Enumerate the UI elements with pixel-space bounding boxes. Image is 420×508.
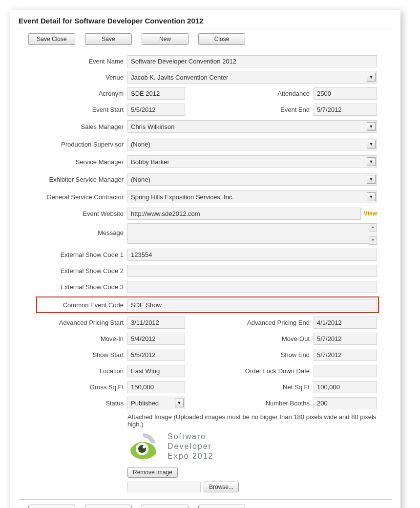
attendance-label: Attendance bbox=[185, 90, 314, 97]
textarea-scrollbar[interactable]: ▲ ▼ bbox=[369, 223, 377, 245]
logo-eye-icon bbox=[127, 432, 159, 461]
ext-code-3-label: External Show Code 3 bbox=[38, 283, 127, 291]
logo-text-line2: Developer bbox=[168, 442, 214, 451]
order-lock-down-input[interactable] bbox=[314, 365, 377, 377]
service-manager-select[interactable]: Bobby Barker ▼ bbox=[127, 155, 377, 168]
event-website-label: Event Website bbox=[38, 210, 127, 217]
general-service-contractor-select[interactable]: Spring Hills Exposition Services, Inc. ▼ bbox=[127, 190, 377, 203]
save-close-button-bottom[interactable]: Save Close bbox=[28, 505, 75, 508]
adv-pricing-start-label: Advanced Pricing Start bbox=[38, 319, 127, 326]
chevron-down-icon: ▼ bbox=[367, 192, 376, 201]
sales-manager-label: Sales Manager bbox=[38, 123, 127, 130]
acronym-input[interactable] bbox=[127, 87, 185, 100]
ext-code-1-label: External Show Code 1 bbox=[38, 251, 127, 258]
adv-pricing-start-input[interactable] bbox=[127, 317, 185, 329]
service-manager-label: Service Manager bbox=[38, 158, 127, 166]
event-name-label: Event Name bbox=[38, 58, 127, 65]
new-button[interactable]: New bbox=[142, 33, 189, 45]
save-close-button[interactable]: Save Close bbox=[28, 33, 75, 45]
image-actions: Remove image Browse... bbox=[127, 467, 377, 492]
ext-code-2-input[interactable] bbox=[127, 265, 377, 277]
scroll-up-icon: ▲ bbox=[369, 223, 377, 232]
general-service-contractor-label: General Service Contractor bbox=[38, 193, 127, 201]
show-start-label: Show Start bbox=[38, 351, 127, 359]
event-end-input[interactable] bbox=[314, 104, 377, 116]
exhibitor-service-manager-select[interactable]: (None) ▼ bbox=[127, 173, 377, 186]
event-detail-panel: Event Detail for Software Developer Conv… bbox=[10, 10, 400, 508]
common-event-code-highlight: Common Event Code bbox=[36, 296, 379, 313]
bottom-button-row: Save Close Save New Close bbox=[19, 505, 392, 508]
venue-label: Venue bbox=[38, 74, 127, 81]
ext-code-2-label: External Show Code 2 bbox=[38, 267, 127, 275]
chevron-down-icon: ▼ bbox=[367, 175, 376, 184]
chevron-down-icon: ▼ bbox=[367, 73, 376, 82]
service-manager-value: Bobby Barker bbox=[131, 158, 169, 166]
production-supervisor-select[interactable]: (None) ▼ bbox=[127, 138, 377, 150]
divider bbox=[19, 28, 392, 28]
event-form: Event Name Venue Jacob K. Javits Convent… bbox=[19, 55, 392, 492]
common-event-code-input[interactable] bbox=[127, 299, 377, 311]
venue-select[interactable]: Jacob K. Javits Convention Center ▼ bbox=[127, 71, 377, 84]
event-start-label: Event Start bbox=[38, 106, 127, 113]
move-out-label: Move-Out bbox=[185, 335, 314, 342]
save-button[interactable]: Save bbox=[85, 33, 132, 45]
general-service-contractor-value: Spring Hills Exposition Services, Inc. bbox=[131, 193, 234, 201]
adv-pricing-end-input[interactable] bbox=[314, 317, 377, 329]
show-end-label: Show End bbox=[185, 351, 314, 359]
gross-sq-ft-label: Gross Sq Ft bbox=[38, 383, 127, 391]
logo-text-line1: Software bbox=[168, 432, 214, 442]
net-sq-ft-input[interactable] bbox=[314, 381, 377, 393]
event-name-input[interactable] bbox=[127, 55, 377, 67]
status-label: Status bbox=[38, 400, 127, 407]
logo-text-line3: Expo 2012 bbox=[168, 451, 214, 461]
status-select[interactable]: Published ▼ bbox=[127, 397, 185, 409]
gross-sq-ft-input[interactable] bbox=[127, 381, 185, 393]
venue-value: Jacob K. Javits Convention Center bbox=[131, 74, 228, 81]
new-button-bottom[interactable]: New bbox=[142, 505, 189, 508]
message-textarea[interactable] bbox=[127, 223, 377, 244]
attendance-input[interactable] bbox=[314, 87, 377, 100]
event-start-input[interactable] bbox=[127, 104, 185, 116]
show-start-input[interactable] bbox=[127, 349, 185, 361]
save-button-bottom[interactable]: Save bbox=[85, 505, 132, 508]
location-label: Location bbox=[38, 367, 127, 375]
acronym-label: Acronym bbox=[38, 90, 127, 97]
chevron-down-icon: ▼ bbox=[367, 157, 376, 166]
status-value: Published bbox=[131, 400, 159, 407]
adv-pricing-end-label: Advanced Pricing End bbox=[185, 319, 314, 326]
exhibitor-service-manager-value: (None) bbox=[131, 176, 150, 183]
close-button[interactable]: Close bbox=[198, 33, 245, 45]
event-website-input[interactable] bbox=[127, 208, 361, 220]
divider bbox=[19, 499, 392, 500]
net-sq-ft-label: Net Sq Ft bbox=[185, 383, 314, 391]
common-event-code-label: Common Event Code bbox=[38, 301, 127, 309]
chevron-down-icon: ▼ bbox=[175, 399, 184, 407]
ext-code-1-input[interactable] bbox=[127, 249, 377, 261]
sales-manager-select[interactable]: Chris Wilkinson ▼ bbox=[127, 120, 377, 133]
remove-image-button[interactable]: Remove image bbox=[127, 467, 178, 478]
close-button-bottom[interactable]: Close bbox=[198, 505, 245, 508]
move-in-input[interactable] bbox=[127, 333, 185, 345]
view-link[interactable]: View bbox=[361, 210, 377, 217]
chevron-down-icon: ▼ bbox=[367, 140, 376, 148]
move-out-input[interactable] bbox=[314, 333, 377, 345]
exhibitor-service-manager-label: Exhibitor Service Manager bbox=[38, 176, 127, 183]
svg-point-2 bbox=[143, 445, 146, 448]
scroll-down-icon: ▼ bbox=[369, 236, 377, 245]
chevron-down-icon: ▼ bbox=[367, 122, 376, 131]
move-in-label: Move-In bbox=[38, 335, 127, 342]
number-booths-input[interactable] bbox=[314, 397, 377, 409]
number-booths-label: Number Booths bbox=[185, 400, 314, 407]
file-path-input[interactable] bbox=[127, 482, 201, 492]
top-button-row: Save Close Save New Close bbox=[19, 33, 392, 45]
attached-image-note: Attached Image (Uploaded images must be … bbox=[127, 413, 377, 428]
order-lock-down-label: Order Lock Down Date bbox=[185, 367, 314, 375]
browse-button[interactable]: Browse... bbox=[204, 482, 239, 492]
ext-code-3-input[interactable] bbox=[127, 281, 377, 293]
sales-manager-value: Chris Wilkinson bbox=[131, 123, 175, 130]
logo-text: Software Developer Expo 2012 bbox=[168, 432, 214, 461]
show-end-input[interactable] bbox=[314, 349, 377, 361]
location-input[interactable] bbox=[127, 365, 185, 377]
attached-image-preview: Software Developer Expo 2012 bbox=[127, 432, 377, 461]
event-end-label: Event End bbox=[185, 106, 314, 113]
